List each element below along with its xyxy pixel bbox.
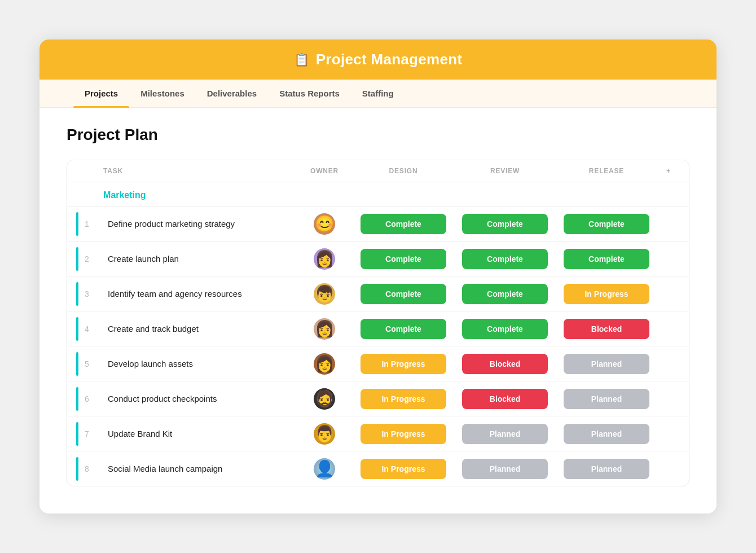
task-name: Create and track budget (103, 324, 296, 333)
owner-cell: 👩 (296, 318, 353, 340)
release-status-badge[interactable]: Complete (564, 249, 649, 269)
table-row[interactable]: 8 Social Media launch campaign 👤 In Prog… (67, 451, 689, 486)
design-status-badge[interactable]: Complete (361, 284, 446, 304)
release-cell[interactable]: Planned (556, 422, 657, 446)
review-status-badge[interactable]: Complete (462, 284, 548, 304)
table-row[interactable]: 1 Define product marketing strategy 😊 Co… (67, 206, 689, 241)
review-cell[interactable]: Complete (454, 212, 556, 236)
nav-item-status-reports[interactable]: Status Reports (268, 80, 351, 107)
design-cell[interactable]: In Progress (353, 387, 454, 411)
design-cell[interactable]: Complete (353, 247, 454, 271)
row-bar (76, 457, 78, 481)
nav-item-staffing[interactable]: Staffing (351, 80, 405, 107)
nav-item-milestones[interactable]: Milestones (129, 80, 196, 107)
table-header: TASK OWNER DESIGN REVIEW RELEASE + (67, 160, 689, 182)
table-row[interactable]: 2 Create launch plan 👩 Complete Complete… (67, 241, 689, 276)
owner-cell: 👤 (296, 458, 353, 480)
table-row[interactable]: 7 Update Brand Kit 👨 In Progress Planned… (67, 416, 689, 451)
review-cell[interactable]: Blocked (454, 352, 556, 376)
release-cell[interactable]: Planned (556, 457, 657, 481)
review-status-badge[interactable]: Planned (462, 424, 548, 444)
review-status-badge[interactable]: Blocked (462, 389, 548, 409)
design-status-badge[interactable]: Complete (361, 249, 446, 269)
row-bar (76, 247, 78, 271)
task-name: Social Media launch campaign (103, 464, 296, 473)
design-status-badge[interactable]: Complete (361, 319, 446, 339)
table-row[interactable]: 6 Conduct product checkpoints 🧔 In Progr… (67, 381, 689, 416)
review-cell[interactable]: Planned (454, 422, 556, 446)
col-add[interactable]: + (657, 167, 680, 175)
design-cell[interactable]: In Progress (353, 457, 454, 481)
release-cell[interactable]: Blocked (556, 317, 657, 341)
nav-item-projects[interactable]: Projects (73, 80, 129, 107)
row-num-wrap: 3 (76, 282, 103, 306)
table-row[interactable]: 5 Develop launch assets 👩 In Progress Bl… (67, 346, 689, 381)
row-number: 6 (82, 394, 92, 403)
release-status-badge[interactable]: Complete (564, 214, 649, 234)
review-cell[interactable]: Planned (454, 457, 556, 481)
avatar: 👤 (314, 458, 335, 480)
review-status-badge[interactable]: Planned (462, 459, 548, 479)
col-release: RELEASE (556, 167, 657, 175)
release-cell[interactable]: Planned (556, 387, 657, 411)
task-name: Conduct product checkpoints (103, 394, 296, 403)
design-cell[interactable]: Complete (353, 212, 454, 236)
avatar: 👩 (314, 318, 335, 340)
review-cell[interactable]: Complete (454, 247, 556, 271)
design-cell[interactable]: Complete (353, 317, 454, 341)
design-status-badge[interactable]: Complete (361, 214, 446, 234)
design-status-badge[interactable]: In Progress (361, 424, 446, 444)
nav-item-deliverables[interactable]: Deliverables (196, 80, 268, 107)
design-status-badge[interactable]: In Progress (361, 354, 446, 374)
row-num-wrap: 2 (76, 247, 103, 271)
section-marketing: Marketing (67, 182, 689, 206)
page-body: Project Plan TASK OWNER DESIGN REVIEW RE… (39, 108, 717, 514)
row-num-wrap: 1 (76, 212, 103, 236)
col-review: REVIEW (454, 167, 556, 175)
avatar: 👩 (314, 248, 335, 270)
design-cell[interactable]: In Progress (353, 352, 454, 376)
table-rows: 1 Define product marketing strategy 😊 Co… (67, 206, 689, 486)
table-row[interactable]: 3 Identify team and agency resources 👦 C… (67, 276, 689, 311)
row-number: 4 (82, 324, 92, 333)
review-cell[interactable]: Complete (454, 317, 556, 341)
owner-cell: 👩 (296, 353, 353, 375)
release-cell[interactable]: In Progress (556, 282, 657, 306)
release-cell[interactable]: Planned (556, 352, 657, 376)
release-status-badge[interactable]: Planned (564, 424, 649, 444)
avatar: 😊 (314, 213, 335, 235)
col-task: TASK (103, 167, 296, 175)
row-bar (76, 282, 78, 306)
release-cell[interactable]: Complete (556, 247, 657, 271)
owner-cell: 🧔 (296, 388, 353, 410)
row-number: 7 (82, 429, 92, 438)
review-cell[interactable]: Blocked (454, 387, 556, 411)
release-status-badge[interactable]: In Progress (564, 284, 649, 304)
row-number: 1 (82, 220, 92, 229)
review-status-badge[interactable]: Complete (462, 249, 548, 269)
row-bar (76, 212, 78, 236)
page-title: Project Plan (67, 126, 689, 144)
table-row[interactable]: 4 Create and track budget 👩 Complete Com… (67, 311, 689, 346)
review-status-badge[interactable]: Complete (462, 319, 548, 339)
row-num-wrap: 6 (76, 387, 103, 411)
design-status-badge[interactable]: In Progress (361, 389, 446, 409)
review-status-badge[interactable]: Complete (462, 214, 548, 234)
design-status-badge[interactable]: In Progress (361, 459, 446, 479)
release-cell[interactable]: Complete (556, 212, 657, 236)
project-table: TASK OWNER DESIGN REVIEW RELEASE + Marke… (67, 160, 689, 486)
row-num-wrap: 7 (76, 422, 103, 446)
row-bar (76, 352, 78, 376)
col-design: DESIGN (353, 167, 454, 175)
design-cell[interactable]: In Progress (353, 422, 454, 446)
task-name: Create launch plan (103, 254, 296, 264)
review-status-badge[interactable]: Blocked (462, 354, 548, 374)
release-status-badge[interactable]: Planned (564, 389, 649, 409)
release-status-badge[interactable]: Planned (564, 354, 649, 374)
nav-bar: ProjectsMilestonesDeliverablesStatus Rep… (39, 80, 717, 108)
release-status-badge[interactable]: Blocked (564, 319, 649, 339)
design-cell[interactable]: Complete (353, 282, 454, 306)
review-cell[interactable]: Complete (454, 282, 556, 306)
release-status-badge[interactable]: Planned (564, 459, 649, 479)
app-header-icon: 📋 (294, 52, 309, 67)
